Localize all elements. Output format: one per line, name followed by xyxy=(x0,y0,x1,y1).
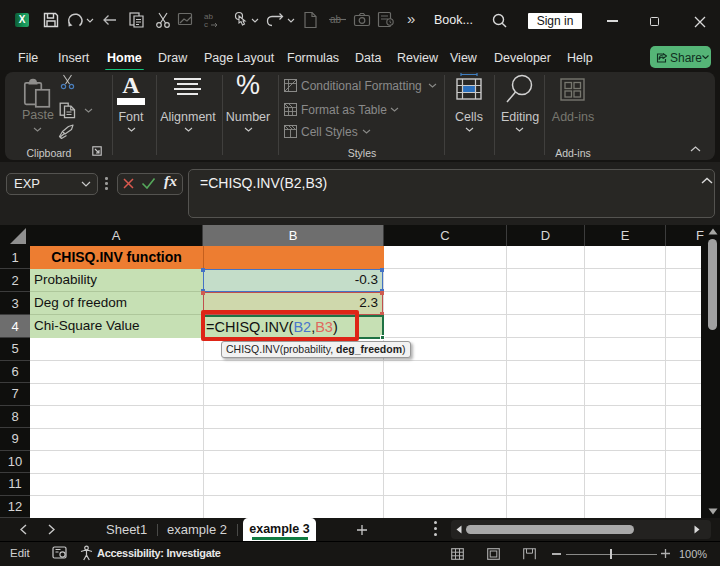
svg-text:c: c xyxy=(204,20,208,29)
